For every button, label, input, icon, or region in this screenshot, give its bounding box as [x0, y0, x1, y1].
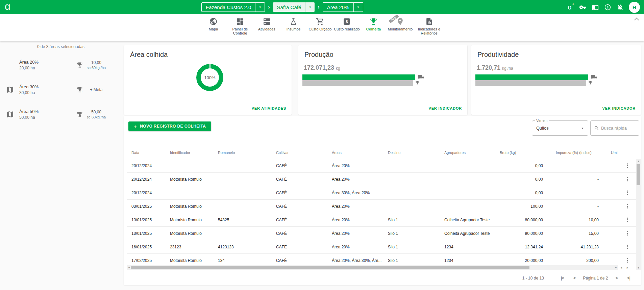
table-row[interactable]: 16/01/2025231234123123CAFÉÁrea 20%Silo 1…: [127, 240, 641, 254]
cell-bruto-kg-: 0,00: [500, 163, 543, 168]
column-header--reas: Áreas: [332, 151, 388, 155]
horizontal-scrollbar-thumb[interactable]: [131, 266, 529, 269]
trophy-icon: [415, 81, 420, 86]
column-header-cultivar: Cultivar: [276, 151, 332, 155]
previous-page-button[interactable]: <: [573, 275, 576, 281]
table-row[interactable]: 13/01/2025Motorista Romulo54325CAFÉÁrea …: [127, 213, 641, 227]
cell-identificador: Motorista Romulo: [170, 218, 218, 222]
farm-selector-label: Fazenda Custos 2.0: [202, 3, 255, 12]
scroll-left-arrow[interactable]: ◄: [620, 266, 623, 269]
horizontal-scrollbar[interactable]: ◄ ►: [127, 265, 618, 270]
area-goal[interactable]: 50,00sc 60kg /ha: [76, 110, 107, 119]
see-activities-link[interactable]: VER ATIVIDADES: [252, 106, 286, 110]
chevron-down-icon[interactable]: ▼: [305, 2, 315, 12]
row-menu-icon[interactable]: [626, 176, 629, 183]
donut-gap: [209, 64, 210, 69]
scroll-down-arrow[interactable]: ▼: [636, 266, 641, 270]
aegro-add-icon[interactable]: ɑ+: [566, 3, 574, 11]
nav-item-mapa[interactable]: Mapa: [200, 17, 227, 35]
map-icon: [6, 86, 15, 94]
actions-column-header: [619, 146, 636, 159]
nav-item-label: Monitoramento: [388, 27, 413, 31]
cell-identificador: 23123: [170, 245, 218, 249]
cell--reas: Área 20%: [332, 231, 388, 236]
table-row[interactable]: 17/02/2025Motorista Romulo134CAFÉÁrea 20…: [127, 254, 641, 265]
dashboard-icon: [236, 17, 245, 26]
row-menu-icon[interactable]: [626, 230, 629, 237]
goal-value: 10,00: [85, 60, 107, 65]
svg-text:?: ?: [606, 5, 609, 9]
cell--reas: Área 20%: [332, 177, 388, 182]
see-indicator-link[interactable]: VER INDICADOR: [602, 106, 636, 110]
scroll-right-arrow[interactable]: ►: [626, 266, 629, 269]
nav-item-indicadores-e-relat-rios[interactable]: Indicadores e Relatórios: [414, 17, 445, 35]
nav-item-atividades[interactable]: Atividades: [253, 17, 280, 35]
cell-cultivar: CAFÉ: [276, 191, 332, 195]
cell-impureza-ndice-: -: [543, 191, 600, 195]
row-menu-icon[interactable]: [626, 203, 629, 210]
row-menu-icon[interactable]: [626, 189, 629, 196]
notifications-off-icon[interactable]: [616, 3, 624, 11]
nav-items: MapaPainel de ControleAtividadesInsumosC…: [200, 17, 445, 35]
new-harvest-record-button[interactable]: + NOVO REGISTRO DE COLHEITA: [128, 121, 211, 131]
column-header-data: Data: [127, 151, 170, 155]
first-page-button[interactable]: |<: [561, 275, 564, 281]
quick-search-input[interactable]: Busca rápida: [590, 120, 639, 136]
view-in-select[interactable]: Ver em Quilos ▼: [532, 120, 588, 136]
vertical-scrollbar[interactable]: ▲ ▼: [636, 159, 641, 270]
area-item--rea-20-[interactable]: Área 20%20,00 ha10,00sc 60kg /ha: [0, 58, 122, 72]
table-row[interactable]: 20/12/2024CAFÉÁrea 30%, Área 20%0,00-: [127, 186, 641, 200]
key-icon[interactable]: [579, 3, 586, 11]
area-item--rea-30-[interactable]: Área 30%30,00 ha++ Meta: [0, 82, 122, 97]
row-menu-icon[interactable]: [626, 257, 629, 264]
next-page-button[interactable]: >: [615, 275, 618, 281]
area-goal[interactable]: 10,00sc 60kg /ha: [76, 60, 107, 70]
card-title: Produção: [304, 51, 333, 59]
productivity-unit: kg /ha: [502, 66, 513, 71]
nav-item-insumos[interactable]: Insumos: [280, 17, 307, 35]
table-row[interactable]: 13/01/2025Motorista RomuloCAFÉÁrea 20%Si…: [127, 227, 641, 240]
season-selector[interactable]: Safra Café ▼: [273, 2, 315, 12]
cell-bruto-kg-: 0,00: [500, 177, 543, 182]
area-goal[interactable]: ++ Meta: [76, 86, 107, 93]
area-name: Área 20%: [19, 60, 76, 65]
report-icon: [425, 17, 434, 26]
nav-item-custo-realizado[interactable]: $Custo realizado: [333, 17, 360, 35]
area-selector[interactable]: Área 20% ▼: [323, 2, 363, 12]
nav-item-painel-de-controle[interactable]: Painel de Controle: [227, 17, 253, 35]
pagination-page-label: Página 1 de 2: [583, 276, 608, 281]
nav-item-colheita[interactable]: Colheita: [360, 17, 387, 35]
farm-selector[interactable]: Fazenda Custos 2.0 ▼: [201, 2, 265, 12]
book-icon[interactable]: [591, 3, 599, 11]
avatar[interactable]: H: [629, 2, 640, 13]
nav-item-custo-or-ado[interactable]: Custo Orçado: [307, 17, 333, 35]
area-size: 20,00 ha: [19, 66, 76, 70]
productivity-value: 1.720,71: [477, 64, 500, 71]
cell-agrupadores: Colheita Agrupador Teste: [444, 231, 500, 236]
scroll-up-arrow[interactable]: ▲: [636, 159, 641, 163]
row-menu-icon[interactable]: [626, 162, 629, 169]
last-page-button[interactable]: >|: [627, 275, 630, 281]
row-menu-icon[interactable]: [626, 216, 629, 223]
cell-data: 03/01/2025: [127, 204, 170, 209]
table-row[interactable]: 20/12/2024Motorista RomuloCAFÉÁrea 20%0,…: [127, 173, 641, 186]
production-goal-bar: [302, 80, 413, 86]
table-row[interactable]: 20/12/2024CAFÉÁrea 20%0,00-: [127, 159, 641, 173]
help-icon[interactable]: ?: [604, 3, 611, 11]
cell-bruto-kg-: 100,00: [500, 204, 543, 209]
chevron-down-icon[interactable]: ▼: [353, 3, 363, 12]
scroll-right-arrow[interactable]: ►: [614, 265, 618, 270]
truck-icon: [418, 74, 424, 80]
see-indicator-link[interactable]: VER INDICADOR: [429, 106, 462, 110]
cell-impureza-ndice-: 41.231,23: [543, 245, 600, 249]
pagination-bar: 1 - 10 de 13 |< < Página 1 de 2 > >|: [124, 271, 641, 285]
nav-item-monitoramento[interactable]: PROMonitoramento: [387, 17, 414, 35]
row-menu-icon[interactable]: [626, 243, 629, 250]
cell-data: 13/01/2025: [127, 231, 170, 236]
collapse-nav-icon[interactable]: [635, 17, 639, 21]
cell-romaneio: 4123123: [218, 245, 276, 249]
vertical-scrollbar-thumb[interactable]: [637, 164, 640, 185]
area-item--rea-50-[interactable]: Área 50%50,00 ha50,00sc 60kg /ha: [0, 107, 122, 122]
chevron-down-icon[interactable]: ▼: [255, 3, 265, 12]
table-row[interactable]: 03/01/2025Motorista RomuloCAFÉÁrea 20%10…: [127, 200, 641, 213]
